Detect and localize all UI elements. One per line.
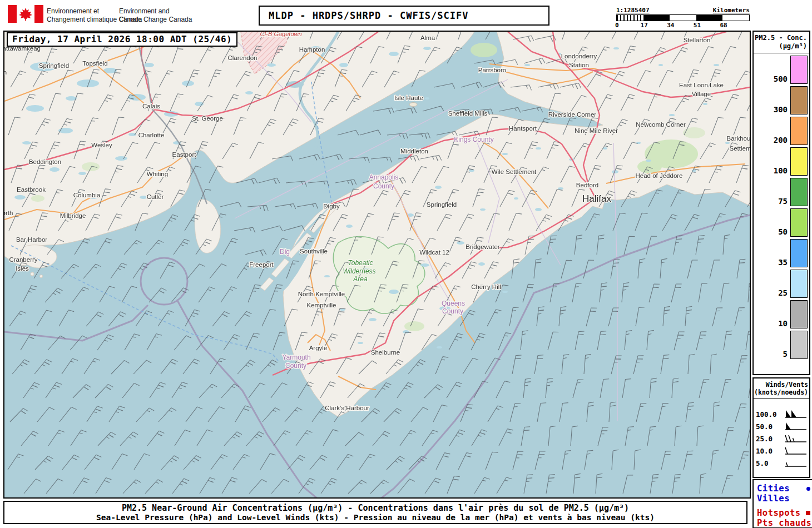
map-place-label: Eastbrook bbox=[17, 186, 46, 193]
winds-legend-title: Winds/Vents (knots/noeuds) bbox=[754, 378, 809, 396]
map-scale-bar: 1:1285407 Kilometers 017345168 bbox=[616, 7, 750, 29]
map-place-label: Wile Settlement bbox=[492, 168, 537, 175]
map-place-label: Ellsworth bbox=[4, 210, 13, 216]
cranberry-island bbox=[39, 275, 42, 277]
map-place-label: Columbia bbox=[73, 192, 101, 198]
map-place-label: Cranberry bbox=[9, 256, 37, 263]
pm25-legend-entry: 10 bbox=[754, 299, 809, 330]
map-place-label: Argyle bbox=[309, 345, 328, 351]
map-canvas[interactable]: MattawamkeagLincolnSpringfieldTopsfieldC… bbox=[3, 31, 751, 499]
isle-haute-island bbox=[409, 103, 417, 107]
map-place-label: County bbox=[373, 182, 394, 190]
wind-speed-value: 100.0 bbox=[754, 410, 783, 419]
weather-map-page: Environnement et Changement climatique C… bbox=[0, 0, 812, 528]
map-place-label: Settlement bbox=[730, 145, 750, 152]
city-dot-icon bbox=[806, 487, 810, 491]
pm25-legend-entry: 300 bbox=[754, 85, 809, 116]
map-place-label: Isle Haute bbox=[394, 94, 423, 101]
pm25-color-swatch bbox=[790, 208, 808, 237]
map-place-label: Beddington bbox=[29, 158, 61, 165]
divider bbox=[754, 53, 809, 53]
wind-barb-icon bbox=[783, 421, 808, 432]
pm25-legend-title: PM2.5 - Conc. (µg/m³) bbox=[754, 32, 809, 51]
pm25-threshold-value: 75 bbox=[754, 197, 790, 207]
map-place-label: Bridgewater bbox=[466, 243, 500, 250]
wind-barb-icon bbox=[783, 446, 808, 457]
wind-speed-value: 5.0 bbox=[754, 459, 783, 467]
wind-speed-value: 50.0 bbox=[754, 422, 783, 431]
scale-segment bbox=[617, 15, 643, 21]
pm25-legend-entry: 500 bbox=[754, 54, 809, 85]
pm25-threshold-value: 25 bbox=[754, 288, 790, 299]
map-place-label: Southville bbox=[300, 248, 328, 255]
wind-legend-entry: 100.0 bbox=[754, 409, 809, 420]
map-place-label: St. George bbox=[192, 115, 223, 122]
pm25-color-swatch bbox=[790, 147, 808, 176]
map-place-label: County bbox=[285, 362, 306, 370]
pm25-threshold-value: 50 bbox=[754, 227, 790, 238]
hotspot-square-icon bbox=[806, 511, 810, 515]
map-place-label: Cutler bbox=[147, 193, 164, 200]
pm25-threshold-value: 100 bbox=[754, 166, 790, 177]
pm25-threshold-value: 5 bbox=[754, 350, 790, 360]
map-place-label: Clark's Harbour bbox=[325, 405, 369, 411]
pm25-threshold-value: 500 bbox=[754, 74, 790, 85]
map-place-label: Sheffield Mills bbox=[448, 110, 488, 117]
map-place-label: Digby bbox=[323, 203, 340, 210]
map-place-label: Tobeatic bbox=[348, 259, 373, 267]
scale-bar-segments bbox=[616, 14, 750, 21]
scale-tick: 0 bbox=[615, 22, 619, 29]
caption-line1: PM2.5 Near-Ground Air Concentrations (µg… bbox=[4, 503, 746, 513]
cities-label-en: Cities bbox=[757, 484, 790, 494]
cranberry-island bbox=[31, 272, 34, 276]
map-place-label: Hampton bbox=[299, 46, 325, 53]
map-place-label: Eastport bbox=[172, 151, 197, 158]
map-place-label: Annapolis bbox=[369, 173, 399, 181]
scale-segment bbox=[722, 15, 749, 21]
map-place-label: Barkhouse bbox=[727, 135, 750, 142]
map-place-label: Head of Jeddore bbox=[635, 172, 682, 179]
scale-segment bbox=[696, 15, 723, 21]
map-place-label: Freeport bbox=[249, 261, 274, 268]
map-place-label: Village bbox=[692, 91, 711, 97]
map-place-label: Whiting bbox=[147, 171, 168, 177]
valid-time-label: Friday, 17 April 2026 18:00 ADT (25/46) bbox=[7, 32, 237, 47]
map-place-label: Calais bbox=[142, 103, 160, 109]
map-place-label: East Loon Lake bbox=[679, 82, 724, 88]
pm25-legend-entry: 75 bbox=[754, 177, 809, 207]
scale-segment bbox=[670, 15, 696, 21]
pm25-legend: PM2.5 - Conc. (µg/m³) 500300200100755035… bbox=[752, 31, 810, 375]
wind-legend-entry: 25.0 bbox=[754, 433, 809, 445]
map-place-label: Springfield bbox=[427, 201, 457, 208]
hotspots-label-en: Hotspots bbox=[757, 508, 801, 518]
pm25-legend-entry: 200 bbox=[754, 116, 809, 146]
map-place-label: Lincoln bbox=[4, 69, 7, 76]
map-place-label: Wildcat 12 bbox=[419, 249, 449, 256]
scale-tick: 34 bbox=[667, 22, 674, 29]
pm25-color-swatch bbox=[790, 270, 808, 298]
pm25-threshold-value: 10 bbox=[754, 319, 790, 330]
map-place-label: Wesley bbox=[91, 142, 112, 148]
map-place-label: Springfield bbox=[39, 62, 69, 69]
map-place-label: Queens bbox=[442, 300, 465, 307]
wind-speed-value: 25.0 bbox=[754, 435, 783, 443]
scale-tick: 17 bbox=[641, 22, 648, 29]
scale-ratio: 1:1285407 bbox=[616, 7, 650, 14]
wind-barb-icon bbox=[783, 458, 808, 469]
map-place-label: Topsfield bbox=[82, 60, 107, 67]
scale-unit: Kilometers bbox=[713, 7, 750, 14]
map-caption: PM2.5 Near-Ground Air Concentrations (µg… bbox=[3, 501, 747, 524]
markers-legend: Cities Villes Hotspots Pts chauds bbox=[752, 479, 812, 528]
map-place-label: County bbox=[442, 307, 463, 315]
map-place-label: Halifax bbox=[582, 193, 611, 204]
map-place-label: Nine Mile River bbox=[575, 127, 618, 134]
page-title: MLDP - HRDPS/SHRPD - CWFIS/SCIFV bbox=[259, 6, 549, 26]
map-place-label: Area bbox=[353, 275, 368, 283]
map-place-label: Hantsport bbox=[509, 125, 537, 132]
map-place-label: North Kemptville bbox=[298, 291, 345, 297]
divider bbox=[754, 399, 809, 399]
pm25-color-swatch bbox=[790, 117, 808, 145]
map-place-label: Riverside Corner bbox=[548, 111, 596, 118]
wind-speed-value: 10.0 bbox=[754, 447, 783, 455]
map-place-label: Dig bbox=[280, 248, 290, 256]
